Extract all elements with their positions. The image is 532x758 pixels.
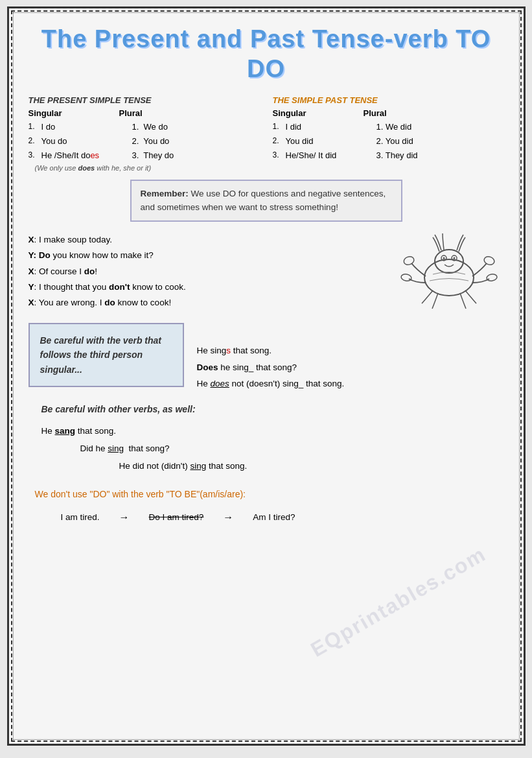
- list-item: Does he sing_ that song?: [197, 359, 504, 376]
- present-tense-section: THE PRESENT SIMPLE TENSE Singular Plural…: [29, 95, 260, 172]
- list-item: He did not (didn't) sing that song.: [119, 457, 504, 475]
- table-row: 3. He/She/ It did 3. They did: [273, 148, 504, 163]
- careful-section: Be careful with the verb that follows th…: [29, 323, 504, 392]
- singular-examples: He sings that song. Does he sing_ that s…: [197, 323, 504, 392]
- remember-box: Remember: We use DO for questions and ne…: [130, 180, 402, 222]
- list-item: He sang that song.: [41, 422, 504, 440]
- present-tense-title: THE PRESENT SIMPLE TENSE: [29, 95, 260, 105]
- past-singular-header: Singular: [273, 108, 364, 118]
- no-do-examples: I am tired. → Do I am tired? → Am I tire…: [61, 507, 504, 528]
- table-row: 3. He /She/It does 3. They do: [29, 148, 260, 163]
- no-do-part1: I am tired.: [61, 508, 100, 526]
- no-do-title: We don't use "DO" with the verb "TO BE"(…: [35, 489, 504, 499]
- arrow-icon-1: →: [119, 507, 130, 528]
- past-plural-header: Plural: [364, 108, 504, 118]
- past-tense-rows: 1. I did 1. We did 2. You did 2. You did…: [273, 120, 504, 163]
- page-title: The Present and Past Tense-verb TO DO: [29, 25, 504, 84]
- list-item: He does not (doesn't) sing_ that song.: [197, 375, 504, 392]
- present-tense-rows: 1. I do 1. We do 2. You do 2. You do 3. …: [29, 120, 260, 163]
- does-note: (We only use does with he, she or it): [35, 164, 260, 172]
- remember-label: Remember:: [141, 189, 189, 198]
- plural-header: Plural: [119, 108, 260, 118]
- careful-other-title: Be careful with other verbs, as well:: [41, 404, 504, 414]
- careful-box: Be careful with the verb that follows th…: [29, 323, 184, 387]
- svg-point-9: [486, 274, 497, 282]
- past-tense-headers: Singular Plural: [273, 108, 504, 118]
- table-row: 1. I did 1. We did: [273, 120, 504, 134]
- dialogue-section: X: I make soup today. Y: Do you know how…: [29, 232, 504, 316]
- past-tense-section: THE SIMPLE PAST TENSE Singular Plural 1.…: [273, 95, 504, 172]
- careful-text: Be careful with the verb that follows th…: [40, 335, 161, 375]
- list-item: He sings that song.: [197, 342, 504, 359]
- list-item: X: Of course I do!: [29, 264, 387, 279]
- list-item: X: I make soup today.: [29, 232, 387, 248]
- list-item: Y: Do you know how to make it?: [29, 248, 387, 263]
- list-item: Did he sing that song?: [80, 440, 504, 457]
- table-row: 1. I do 1. We do: [29, 120, 260, 134]
- svg-point-5: [453, 257, 455, 259]
- no-do-part3: Am I tired?: [253, 508, 295, 526]
- list-item: X: You are wrong. I do know to cook!: [29, 295, 387, 311]
- list-item: Y: I thought that you don't know to cook…: [29, 279, 387, 295]
- singular-header: Singular: [29, 108, 119, 118]
- page: The Present and Past Tense-verb TO DO TH…: [7, 6, 526, 746]
- crab-illustration: [394, 226, 504, 316]
- no-do-strikethrough: Do I am tired?: [149, 508, 204, 526]
- svg-point-7: [400, 274, 411, 282]
- past-tense-title: THE SIMPLE PAST TENSE: [273, 95, 504, 105]
- other-verb-examples: He sang that song. Did he sing that song…: [41, 422, 504, 475]
- watermark: EQprintables.com: [306, 542, 490, 662]
- tense-columns: THE PRESENT SIMPLE TENSE Singular Plural…: [29, 95, 504, 172]
- present-tense-headers: Singular Plural: [29, 108, 260, 118]
- arrow-icon-2: →: [223, 507, 233, 528]
- table-row: 2. You did 2. You did: [273, 134, 504, 148]
- table-row: 2. You do 2. You do: [29, 134, 260, 148]
- svg-point-0: [424, 259, 474, 296]
- svg-point-4: [443, 257, 445, 259]
- dialogue-text: X: I make soup today. Y: Do you know how…: [29, 232, 387, 311]
